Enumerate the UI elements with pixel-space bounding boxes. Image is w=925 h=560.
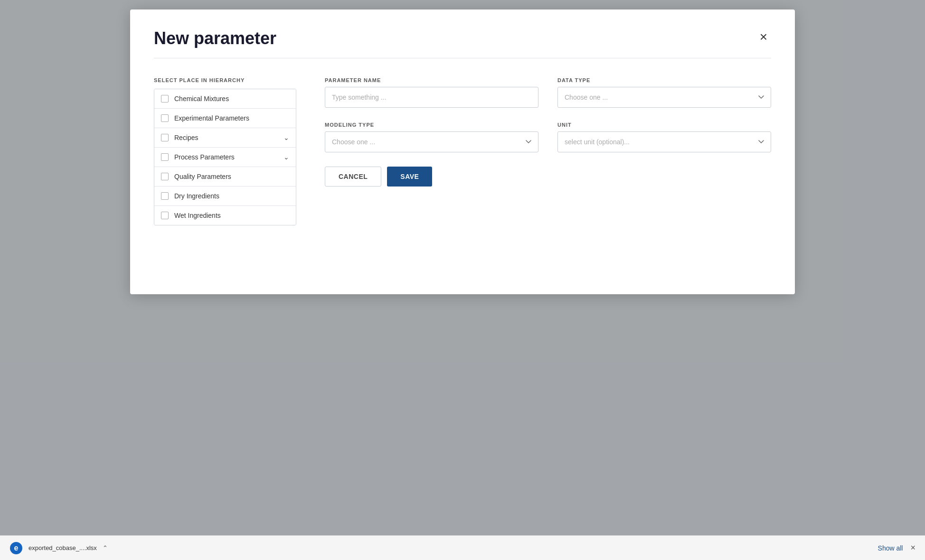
- hierarchy-item-quality-parameters[interactable]: Quality Parameters: [154, 167, 296, 187]
- checkbox-quality-parameters[interactable]: [161, 173, 169, 180]
- checkbox-experimental-parameters[interactable]: [161, 114, 169, 122]
- checkbox-process-parameters[interactable]: [161, 153, 169, 161]
- cancel-button[interactable]: CANCEL: [325, 167, 381, 187]
- item-name: Quality Parameters: [174, 173, 289, 180]
- unit-select[interactable]: select unit (optional)...: [557, 131, 771, 152]
- hierarchy-label: SELECT PLACE IN HIERARCHY: [154, 77, 296, 83]
- hierarchy-list: Chemical Mixtures Experimental Parameter…: [154, 89, 296, 225]
- parameter-name-label: PARAMETER NAME: [325, 77, 538, 83]
- hierarchy-item-experimental-parameters[interactable]: Experimental Parameters: [154, 109, 296, 128]
- close-bar-button[interactable]: ×: [910, 543, 916, 553]
- close-button[interactable]: ×: [756, 28, 771, 46]
- bottom-bar-right: Show all ×: [878, 543, 916, 553]
- modeling-type-select[interactable]: Choose one ...: [325, 131, 538, 152]
- save-button[interactable]: SAVE: [387, 167, 432, 187]
- checkbox-wet-ingredients[interactable]: [161, 212, 169, 219]
- form-row-1: PARAMETER NAME DATA TYPE Choose one ...: [325, 77, 771, 108]
- item-name: Wet Ingredients: [174, 212, 289, 219]
- unit-label: UNIT: [557, 122, 771, 128]
- hierarchy-item-recipes[interactable]: Recipes ⌄: [154, 128, 296, 148]
- hierarchy-item-wet-ingredients[interactable]: Wet Ingredients: [154, 206, 296, 225]
- modal-body: SELECT PLACE IN HIERARCHY Chemical Mixtu…: [154, 77, 771, 225]
- modal-dialog: New parameter × SELECT PLACE IN HIERARCH…: [130, 9, 795, 294]
- button-row: CANCEL SAVE: [325, 167, 771, 187]
- bottom-bar-left: e exported_cobase_....xlsx ⌃: [9, 541, 108, 555]
- parameter-name-input[interactable]: [325, 87, 538, 108]
- modeling-type-group: MODELING TYPE Choose one ...: [325, 122, 538, 152]
- form-row-2: MODELING TYPE Choose one ... UNIT select…: [325, 122, 771, 152]
- modal-header: New parameter ×: [154, 28, 771, 58]
- hierarchy-item-dry-ingredients[interactable]: Dry Ingredients: [154, 187, 296, 206]
- item-name: Dry Ingredients: [174, 192, 289, 200]
- bottom-bar-filename: exported_cobase_....xlsx: [28, 544, 97, 551]
- modal-overlay: New parameter × SELECT PLACE IN HIERARCH…: [0, 0, 925, 560]
- browser-icon: e: [9, 541, 23, 555]
- item-name: Process Parameters: [174, 153, 278, 161]
- hierarchy-item-chemical-mixtures[interactable]: Chemical Mixtures: [154, 89, 296, 109]
- data-type-label: DATA TYPE: [557, 77, 771, 83]
- chevron-down-icon: ⌄: [283, 153, 289, 161]
- show-all-button[interactable]: Show all: [878, 544, 903, 552]
- unit-group: UNIT select unit (optional)...: [557, 122, 771, 152]
- hierarchy-section: SELECT PLACE IN HIERARCHY Chemical Mixtu…: [154, 77, 296, 225]
- parameter-name-group: PARAMETER NAME: [325, 77, 538, 108]
- modeling-type-label: MODELING TYPE: [325, 122, 538, 128]
- item-name: Experimental Parameters: [174, 114, 289, 122]
- checkbox-recipes[interactable]: [161, 134, 169, 141]
- item-name: Recipes: [174, 134, 278, 141]
- expand-icon[interactable]: ⌃: [103, 544, 108, 551]
- checkbox-dry-ingredients[interactable]: [161, 192, 169, 200]
- checkbox-chemical-mixtures[interactable]: [161, 95, 169, 103]
- svg-text:e: e: [14, 544, 19, 552]
- hierarchy-item-process-parameters[interactable]: Process Parameters ⌄: [154, 148, 296, 167]
- modal-title: New parameter: [154, 28, 276, 48]
- data-type-group: DATA TYPE Choose one ...: [557, 77, 771, 108]
- chevron-down-icon: ⌄: [283, 134, 289, 141]
- bottom-bar: e exported_cobase_....xlsx ⌃ Show all ×: [0, 535, 925, 560]
- form-section: PARAMETER NAME DATA TYPE Choose one ... …: [325, 77, 771, 225]
- item-name: Chemical Mixtures: [174, 95, 289, 103]
- data-type-select[interactable]: Choose one ...: [557, 87, 771, 108]
